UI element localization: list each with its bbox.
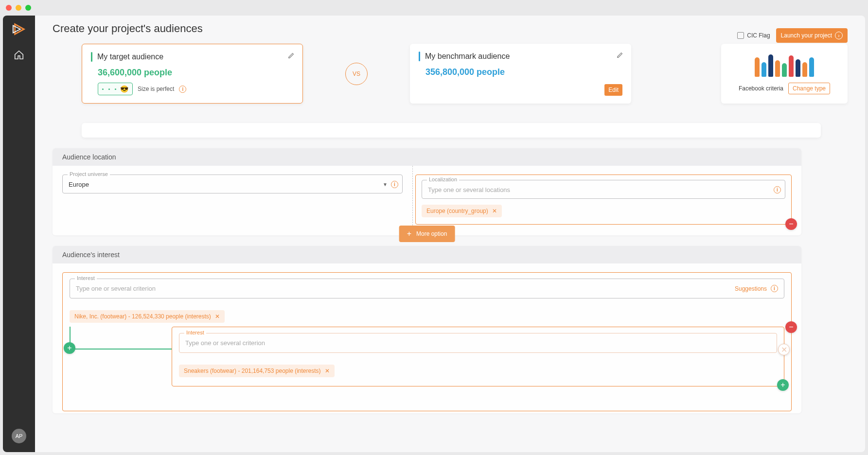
project-universe-value: Europe: [69, 181, 89, 188]
add-sub-interest-button[interactable]: +: [777, 379, 789, 391]
suggestions-link[interactable]: Suggestions i: [735, 285, 778, 292]
edit-benchmark-button[interactable]: Edit: [604, 84, 622, 96]
add-branch-button[interactable]: +: [64, 342, 75, 354]
benchmark-card-title: My benchmark audience: [425, 52, 510, 61]
info-icon[interactable]: i: [774, 186, 781, 193]
size-meter: 😎: [98, 83, 133, 95]
criteria-type-label: Facebook criteria: [739, 85, 783, 92]
project-universe-select[interactable]: Project universe Europe ▼ i: [62, 175, 403, 193]
sub-interest-box: Interest Type one or several criterion S…: [172, 327, 784, 386]
vertical-divider: [412, 166, 413, 235]
more-option-label: More option: [416, 230, 447, 237]
info-icon: i: [771, 285, 778, 292]
localization-input[interactable]: Localization Type one or several locatio…: [422, 180, 785, 199]
vs-separator: VS: [303, 44, 410, 104]
localization-placeholder: Type one or several locations: [428, 186, 510, 193]
interest-panel: Audience's interest Interest Type one or…: [53, 246, 801, 413]
localization-box: Localization Type one or several locatio…: [415, 175, 792, 225]
remove-localization-button[interactable]: −: [785, 218, 797, 230]
app-sidebar: AP: [3, 16, 35, 452]
sub-interest-label: Interest: [184, 330, 206, 335]
size-status-text: Size is perfect: [138, 86, 174, 92]
interest-input[interactable]: Interest Type one or several criterion S…: [70, 279, 784, 298]
chip-label: Sneakers (footwear) - 201,164,753 people…: [184, 368, 321, 374]
interest-placeholder: Type one or several criterion: [76, 285, 156, 292]
minimize-window-icon[interactable]: [16, 5, 21, 11]
remove-chip-icon[interactable]: ✕: [215, 313, 220, 320]
page-title: Create your project's audiences: [53, 22, 848, 35]
location-panel-title: Audience location: [53, 148, 801, 166]
home-icon[interactable]: [14, 50, 24, 62]
target-audience-card: My target audience 36,600,000 people 😎 S…: [82, 44, 303, 104]
remove-sub-interest-button[interactable]: ✕: [778, 344, 790, 355]
benchmark-audience-card: My benchmark audience 356,800,000 people…: [410, 44, 631, 104]
project-universe-label: Project universe: [68, 171, 110, 177]
branch-connector: +: [70, 327, 172, 370]
maximize-window-icon[interactable]: [25, 5, 31, 11]
chip-label: Nike, Inc. (footwear) - 126,524,330 peop…: [74, 313, 211, 320]
cic-flag-checkbox[interactable]: CIC Flag: [737, 32, 770, 39]
info-icon[interactable]: i: [179, 86, 186, 93]
criteria-type-card: Facebook criteria Change type: [721, 44, 848, 104]
accent-bar-icon: [419, 52, 420, 61]
checkbox-icon: [737, 32, 744, 39]
plus-icon: +: [407, 229, 411, 238]
sub-interest-chip: Sneakers (footwear) - 201,164,753 people…: [179, 365, 335, 377]
app-logo-icon: [12, 22, 26, 36]
target-card-title: My target audience: [97, 52, 163, 61]
accent-bar-icon: [91, 52, 92, 62]
cic-flag-label: CIC Flag: [747, 32, 770, 39]
location-chip: Europe (country_group) ✕: [422, 205, 502, 217]
more-option-button[interactable]: + More option: [399, 226, 455, 242]
pencil-icon[interactable]: [288, 52, 295, 60]
suggestions-label: Suggestions: [735, 285, 767, 292]
close-window-icon[interactable]: [6, 5, 12, 11]
location-panel: Audience location Project universe Europ…: [53, 148, 801, 235]
info-icon[interactable]: i: [391, 181, 398, 188]
remove-chip-icon[interactable]: ✕: [325, 368, 330, 374]
sub-interest-input[interactable]: Interest Type one or several criterion: [179, 333, 777, 353]
interest-outer-box: Interest Type one or several criterion S…: [62, 272, 792, 411]
window-controls: [6, 5, 31, 11]
sub-interest-placeholder: Type one or several criterion: [185, 339, 265, 347]
main-content: Create your project's audiences CIC Flag…: [35, 16, 865, 452]
localization-label: Localization: [427, 176, 459, 182]
remove-chip-icon[interactable]: ✕: [492, 208, 497, 214]
remove-interest-button[interactable]: −: [785, 321, 797, 333]
avatar-initials: AP: [16, 433, 23, 439]
change-type-button[interactable]: Change type: [788, 83, 830, 94]
audience-cards-row: CIC Flag Launch your project › My target…: [82, 44, 848, 104]
target-people-count: 36,600,000 people: [98, 68, 294, 78]
user-avatar[interactable]: AP: [12, 429, 26, 443]
vs-badge: VS: [345, 63, 368, 85]
launch-project-button[interactable]: Launch your project ›: [776, 28, 848, 43]
benchmark-people-count: 356,800,000 people: [425, 67, 622, 77]
interest-chip: Nike, Inc. (footwear) - 126,524,330 peop…: [70, 310, 225, 323]
spacer-strip: [82, 123, 821, 138]
interest-label: Interest: [75, 275, 97, 281]
chevron-down-icon: ▼: [383, 182, 388, 187]
people-illustration-icon: [753, 49, 816, 77]
arrow-right-icon: ›: [835, 32, 843, 39]
sunglasses-emoji-icon: 😎: [120, 85, 128, 93]
pencil-icon[interactable]: [617, 52, 623, 60]
launch-button-label: Launch your project: [781, 32, 832, 39]
interest-panel-title: Audience's interest: [53, 246, 801, 263]
chip-label: Europe (country_group): [426, 208, 488, 214]
